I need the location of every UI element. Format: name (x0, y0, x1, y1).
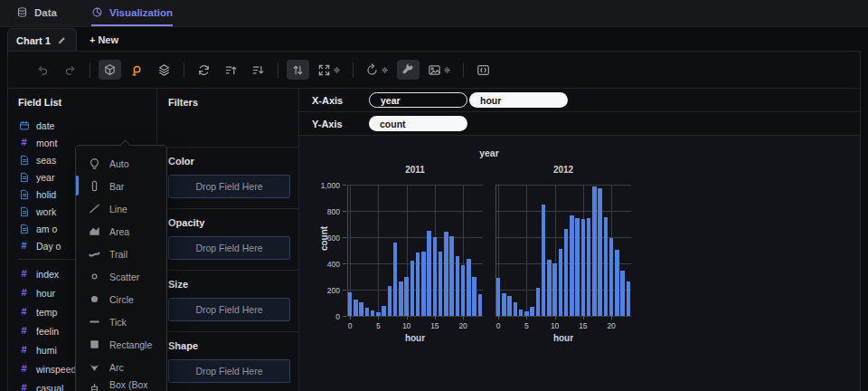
y-tick-mark (343, 185, 346, 186)
x-tick-mark (611, 316, 612, 319)
x-tick-label: 10 (399, 321, 415, 330)
menu-item-bar[interactable]: Bar (76, 175, 166, 197)
field-item-date[interactable]: date (18, 117, 156, 134)
tab-visualization[interactable]: Visualization (91, 0, 173, 26)
drop-field-zone-shape[interactable]: Drop Field Here (168, 359, 290, 383)
x-axis-row: X-Axis yearhour (299, 89, 860, 112)
field-label: mont (36, 138, 57, 148)
tab-chart-1[interactable]: Chart 1 (7, 28, 77, 52)
menu-item-arc[interactable]: Arc (76, 356, 166, 378)
layers-icon (157, 63, 171, 77)
menu-item-line[interactable]: Line (76, 197, 166, 220)
bar-hour-19 (604, 217, 609, 316)
bar-hour-21 (615, 250, 619, 316)
bar-hour-13 (421, 252, 426, 316)
arc-mark-icon (88, 360, 101, 374)
encoding-section-size: SizeDrop Field Here (157, 271, 298, 332)
menu-item-auto[interactable]: Auto (76, 152, 166, 175)
encoding-title: Color (168, 156, 290, 167)
field-label: hour (36, 288, 55, 299)
drop-field-zone-opacity[interactable]: Drop Field Here (168, 236, 290, 260)
menu-item-label: Trail (109, 249, 127, 260)
bar-hour-6 (530, 307, 534, 316)
sort-ascending-icon (224, 63, 238, 77)
drop-field-zone-color[interactable]: Drop Field Here (168, 175, 290, 198)
swap-axes-icon (291, 63, 305, 77)
drop-field-zone-size[interactable]: Drop Field Here (168, 298, 290, 321)
facet-label-2011: 2011 (347, 165, 483, 175)
mark-type-button[interactable] (99, 60, 121, 80)
rotate-settings-button[interactable] (362, 60, 392, 80)
x-tick-label: 5 (370, 321, 386, 330)
menu-item-trail[interactable]: Trail (76, 243, 166, 265)
bulb-mark-icon (88, 157, 101, 170)
new-chart-label: + New (90, 34, 118, 45)
field-label: seas (36, 155, 56, 166)
x-tick-label: 20 (455, 321, 471, 330)
swap-axes-button[interactable] (287, 60, 309, 80)
menu-item-area[interactable]: Area (76, 220, 166, 243)
redo-button[interactable] (59, 60, 81, 80)
sort-descending-button[interactable] (247, 60, 269, 80)
trail-mark-icon (88, 247, 101, 261)
resize-settings-icon (317, 63, 331, 77)
x-axis-field-pill-year[interactable]: year (369, 92, 467, 108)
layers-button[interactable] (153, 60, 175, 80)
y-tick-label: 1,000 (311, 181, 340, 190)
tab-visualization-label: Visualization (109, 7, 173, 18)
top-tab-bar: Data Visualization (0, 0, 868, 27)
hash-icon: # (18, 364, 30, 374)
menu-item-label: Box (Box Plot) (109, 379, 166, 391)
gear-icon (333, 66, 341, 74)
x-tick-label: 0 (490, 321, 506, 330)
x-tick-label: 15 (575, 321, 591, 330)
edit-pencil-icon[interactable] (56, 34, 68, 46)
menu-item-circle[interactable]: Circle (76, 288, 166, 310)
bar-hour-21 (467, 259, 471, 316)
field-label: winspeed (36, 364, 76, 375)
encoding-title: Size (168, 279, 290, 290)
menu-item-box-box-plot[interactable]: Box (Box Plot) (76, 378, 166, 391)
export-code-button[interactable] (472, 60, 495, 80)
bar-hour-12 (564, 229, 569, 316)
bar-hour-16 (587, 218, 591, 316)
bar-hour-20 (609, 238, 614, 316)
resize-settings-button[interactable] (314, 60, 344, 80)
menu-item-tick[interactable]: Tick (76, 310, 166, 333)
menu-item-scatter[interactable]: Scatter (76, 265, 166, 288)
field-pill-tool-button[interactable] (126, 60, 148, 80)
x-tick-label: 15 (427, 321, 443, 330)
toolbar-separator (278, 62, 278, 78)
plot-area-2012: 05101520hour (495, 185, 631, 316)
y-axis-field-pill-count[interactable]: count (369, 116, 467, 131)
bar-hour-5 (524, 311, 529, 316)
scatter-mark-icon (88, 270, 101, 283)
sort-ascending-button[interactable] (220, 60, 242, 80)
bar-hour-3 (514, 302, 518, 316)
bar-hour-17 (592, 186, 597, 316)
new-chart-button[interactable]: + New (90, 28, 118, 52)
y-tick-label: 600 (311, 234, 340, 243)
bar-hour-11 (559, 249, 563, 316)
tab-data[interactable]: Data (16, 0, 57, 26)
x-tick-mark (435, 316, 436, 319)
field-label: index (36, 269, 59, 280)
facet-label-2012: 2012 (495, 165, 631, 175)
selected-indicator (76, 176, 79, 196)
menu-item-label: Rectangle (109, 339, 152, 350)
bar-hour-0 (496, 278, 501, 316)
tools-button[interactable] (397, 60, 420, 80)
x-axis-field-pill-hour[interactable]: hour (469, 92, 568, 108)
undo-button[interactable] (32, 60, 54, 80)
refresh-button[interactable] (193, 60, 215, 80)
encoding-title: Opacity (168, 217, 290, 228)
text-field-icon (18, 172, 30, 183)
toolbar-separator (90, 62, 90, 78)
field-label: am o (36, 224, 57, 234)
bar-hour-1 (354, 300, 358, 316)
bar-hour-14 (575, 218, 580, 316)
export-image-button[interactable] (424, 60, 455, 80)
x-tick-mark (463, 316, 464, 319)
menu-item-rectangle[interactable]: Rectangle (76, 333, 166, 356)
encoding-section-filters: Filters (157, 89, 298, 148)
